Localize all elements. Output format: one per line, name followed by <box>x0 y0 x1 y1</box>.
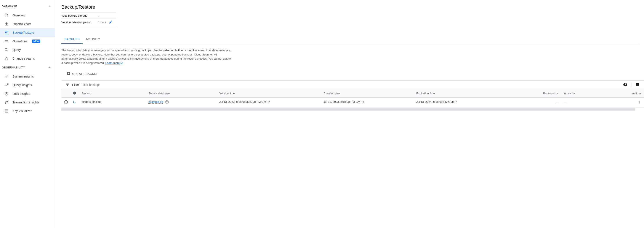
nav-label: Backup/Restore <box>12 31 34 34</box>
retention-value: 1 hour <box>98 20 106 24</box>
learn-more-link[interactable]: Learn more <box>105 61 120 65</box>
chevron-up-icon <box>47 65 52 70</box>
cell-version: Jul 13, 2023, 8:18:08.398708 PM GMT-7 <box>217 98 321 108</box>
search-icon <box>4 48 9 52</box>
add-box-icon <box>66 71 70 76</box>
meta-table: Total backup storage -- Version retentio… <box>62 12 116 26</box>
header-size: Backup size <box>506 89 561 98</box>
sidebar-item-query-insights[interactable]: Query insights <box>0 81 55 89</box>
filter-bar: Filter <box>62 80 644 89</box>
query-insights-icon <box>4 83 9 87</box>
sidebar-item-operations[interactable]: Operations NEW <box>0 37 55 45</box>
backup-restore-icon <box>4 30 9 35</box>
columns-icon[interactable] <box>635 82 640 87</box>
header-select <box>62 89 70 98</box>
sidebar-item-query[interactable]: Query <box>0 45 55 54</box>
filter-icon <box>65 82 70 87</box>
sidebar-item-key-visualizer[interactable]: Key Visualizer <box>0 107 55 115</box>
sidebar-item-system-insights[interactable]: System insights <box>0 72 55 81</box>
create-backup-button[interactable]: CREATE BACKUP <box>64 70 101 78</box>
tab-activity[interactable]: ACTIVITY <box>82 35 103 44</box>
cell-expiration: Jul 13, 2024, 8:18:08 PM GMT-7 <box>414 98 506 108</box>
nav-label: Lock insights <box>12 92 30 95</box>
retention-label: Version retention period <box>62 19 98 26</box>
section-header-database[interactable]: DATABASE <box>0 2 55 11</box>
nav-label: Overview <box>12 13 25 17</box>
create-backup-label: CREATE BACKUP <box>72 72 98 76</box>
divider <box>631 82 632 87</box>
section-header-observability[interactable]: OBSERVABILITY <box>0 63 55 72</box>
table-row: singers_backup example-db ? Jul 13, 2023… <box>62 98 644 108</box>
nav-label: Query insights <box>12 83 32 87</box>
tabs: BACKUPS ACTIVITY <box>62 35 640 44</box>
filter-label: Filter <box>72 83 79 87</box>
sidebar: DATABASE Overview Import/Export Backup/R… <box>0 0 55 228</box>
nav-label: Operations <box>12 39 27 43</box>
header-inuse: In use by <box>561 89 606 98</box>
total-storage-value: -- <box>98 13 116 19</box>
chevron-up-icon <box>47 4 52 9</box>
sidebar-item-import-export[interactable]: Import/Export <box>0 20 55 28</box>
help-icon[interactable] <box>623 82 627 87</box>
cell-size: — <box>506 98 561 108</box>
main-content: Backup/Restore Total backup storage -- V… <box>55 0 644 228</box>
lock-insights-icon <box>4 92 9 96</box>
sidebar-item-backup-restore[interactable]: Backup/Restore <box>0 28 55 37</box>
section-title: OBSERVABILITY <box>2 66 25 69</box>
sidebar-item-overview[interactable]: Overview <box>0 11 55 20</box>
nav-label: Change streams <box>12 57 35 60</box>
source-db-link[interactable]: example-db <box>148 100 163 104</box>
cell-backup: singers_backup <box>79 98 146 108</box>
total-storage-label: Total backup storage <box>62 13 98 19</box>
tab-description: The backups tab lets you manage your com… <box>62 44 239 69</box>
spinner-icon <box>73 100 76 103</box>
header-actions: Actions <box>605 89 644 98</box>
horizontal-scrollbar[interactable] <box>62 108 635 111</box>
row-select-radio[interactable] <box>64 100 68 104</box>
nav-label: Import/Export <box>12 22 31 26</box>
nav-label: System insights <box>12 75 34 78</box>
sidebar-item-change-streams[interactable]: Change streams <box>0 54 55 63</box>
overview-icon <box>4 13 9 17</box>
tab-backups[interactable]: BACKUPS <box>62 35 82 44</box>
cell-inuse: — <box>561 98 606 108</box>
nav-label: Key Visualizer <box>12 109 32 113</box>
import-export-icon <box>4 22 9 26</box>
sidebar-item-lock-insights[interactable]: Lock insights <box>0 89 55 98</box>
system-insights-icon <box>4 74 9 79</box>
header-version: Version time <box>217 89 321 98</box>
nav-label: Transaction insights <box>12 101 39 104</box>
nav-label: Query <box>12 48 21 52</box>
header-expiration: Expiration time <box>414 89 506 98</box>
new-badge: NEW <box>32 39 40 43</box>
header-creation: Creation time <box>321 89 414 98</box>
edit-icon[interactable] <box>109 21 113 25</box>
header-backup: Backup <box>79 89 146 98</box>
row-actions-menu[interactable] <box>638 101 642 105</box>
cell-creation: Jul 13, 2023, 8:18:08 PM GMT-7 <box>321 98 414 108</box>
change-streams-icon <box>4 56 9 61</box>
operations-icon <box>4 39 9 43</box>
filter-input[interactable] <box>82 83 620 87</box>
transaction-insights-icon <box>4 100 9 104</box>
sidebar-item-transaction-insights[interactable]: Transaction insights <box>0 98 55 107</box>
status-dot-icon <box>73 92 76 95</box>
backups-table: Backup Source database Version time Crea… <box>62 89 644 108</box>
external-link-icon <box>120 61 123 65</box>
question-icon[interactable]: ? <box>165 100 169 104</box>
page-title: Backup/Restore <box>62 4 644 10</box>
section-title: DATABASE <box>2 5 17 8</box>
key-visualizer-icon <box>4 109 9 113</box>
header-source: Source database <box>146 89 217 98</box>
header-status <box>70 89 79 98</box>
